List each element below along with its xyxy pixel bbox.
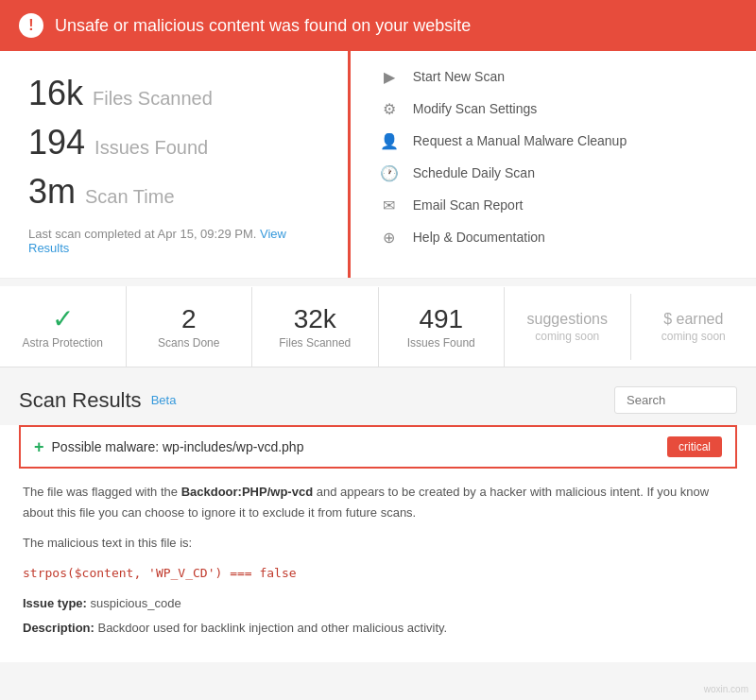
astra-checkmark: ✓ — [9, 303, 116, 334]
issue-body: The file was flagged with the Backdoor:P… — [19, 482, 737, 640]
scans-done-label: Scans Done — [136, 336, 243, 350]
issues-found-label: Issues Found — [94, 137, 208, 159]
user-icon: 👤 — [379, 130, 400, 151]
critical-badge: critical — [667, 436, 722, 457]
scan-results-header: Scan Results Beta — [0, 367, 756, 425]
search-input[interactable] — [614, 386, 737, 414]
files-scanned-stat-label: Files Scanned — [262, 336, 369, 350]
help-icon: ⊕ — [379, 227, 400, 248]
stats-left: 16k Files Scanned 194 Issues Found 3m Sc… — [0, 51, 351, 278]
suggestions-stat: suggestions coming soon — [505, 294, 631, 360]
gear-icon: ⚙ — [379, 98, 400, 119]
help-docs-label: Help & Documentation — [413, 230, 545, 245]
malicious-code: strpos($content, 'WP_V_CD') === false — [23, 566, 297, 580]
astra-label: Astra Protection — [9, 336, 116, 350]
start-scan-label: Start New Scan — [413, 69, 505, 84]
play-icon: ▶ — [379, 66, 400, 87]
malicious-text-intro: The malicious text in this file is: — [23, 533, 733, 554]
scan-results-heading: Scan Results — [19, 388, 142, 413]
issues-found-stat-value: 491 — [388, 304, 495, 334]
scan-results-title: Scan Results Beta — [19, 388, 176, 413]
files-scanned-label: Files Scanned — [93, 88, 213, 110]
issue-title-left: + Possible malware: wp-includes/wp-vcd.p… — [34, 437, 303, 457]
astra-protection-stat: ✓ Astra Protection — [0, 286, 127, 367]
issue-description-line: Description: Backdoor used for backlink … — [23, 618, 733, 639]
beta-badge: Beta — [151, 393, 177, 407]
issues-found-row: 194 Issues Found — [28, 123, 319, 162]
schedule-scan-action[interactable]: 🕐 Schedule Daily Scan — [379, 162, 728, 183]
suggestions-sublabel: coming soon — [514, 330, 621, 343]
alert-message: Unsafe or malicious content was found on… — [55, 16, 471, 36]
last-scan-info: Last scan completed at Apr 15, 09:29 PM.… — [28, 227, 319, 255]
stats-card: 16k Files Scanned 194 Issues Found 3m Sc… — [0, 51, 756, 279]
issue-header[interactable]: + Possible malware: wp-includes/wp-vcd.p… — [19, 425, 737, 469]
manual-cleanup-action[interactable]: 👤 Request a Manual Malware Cleanup — [379, 130, 728, 151]
files-scanned-row: 16k Files Scanned — [28, 74, 319, 113]
issue-container: + Possible malware: wp-includes/wp-vcd.p… — [0, 425, 756, 662]
issue-title: Possible malware: wp-includes/wp-vcd.php — [52, 439, 304, 454]
actions-panel: ▶ Start New Scan ⚙ Modify Scan Settings … — [351, 51, 756, 278]
alert-banner: ! Unsafe or malicious content was found … — [0, 0, 756, 51]
issue-meta: Issue type: suspicious_code Description:… — [23, 593, 733, 639]
issue-type-line: Issue type: suspicious_code — [23, 593, 733, 614]
suggestions-value: suggestions — [514, 311, 621, 328]
files-scanned-value: 16k — [28, 74, 83, 113]
earned-stat: $ earned coming soon — [631, 294, 757, 360]
start-new-scan-action[interactable]: ▶ Start New Scan — [379, 66, 728, 87]
email-icon: ✉ — [379, 195, 400, 215]
modify-settings-label: Modify Scan Settings — [413, 101, 538, 116]
issues-found-value: 194 — [28, 123, 85, 162]
scan-time-label: Scan Time — [85, 186, 174, 208]
clock-icon: 🕐 — [379, 162, 400, 183]
email-report-label: Email Scan Report — [413, 197, 524, 213]
scan-time-row: 3m Scan Time — [28, 172, 319, 212]
earned-value: $ earned — [641, 311, 747, 328]
earned-sublabel: coming soon — [641, 330, 747, 343]
scans-done-value: 2 — [136, 304, 243, 334]
issues-found-stat-label: Issues Found — [388, 336, 495, 350]
alert-icon: ! — [19, 13, 43, 38]
issue-description: The file was flagged with the Backdoor:P… — [23, 482, 733, 523]
scans-done-stat: 2 Scans Done — [127, 287, 253, 367]
summary-bar: ✓ Astra Protection 2 Scans Done 32k File… — [0, 286, 756, 367]
email-report-action[interactable]: ✉ Email Scan Report — [379, 195, 728, 215]
modify-settings-action[interactable]: ⚙ Modify Scan Settings — [379, 98, 728, 119]
files-scanned-stat: 32k Files Scanned — [252, 287, 379, 367]
files-scanned-stat-value: 32k — [262, 304, 369, 334]
help-docs-action[interactable]: ⊕ Help & Documentation — [379, 227, 728, 248]
manual-cleanup-label: Request a Manual Malware Cleanup — [413, 133, 627, 148]
scan-time-value: 3m — [28, 172, 76, 212]
schedule-scan-label: Schedule Daily Scan — [413, 165, 535, 180]
issues-found-stat: 491 Issues Found — [379, 287, 506, 367]
expand-icon: + — [34, 437, 44, 457]
